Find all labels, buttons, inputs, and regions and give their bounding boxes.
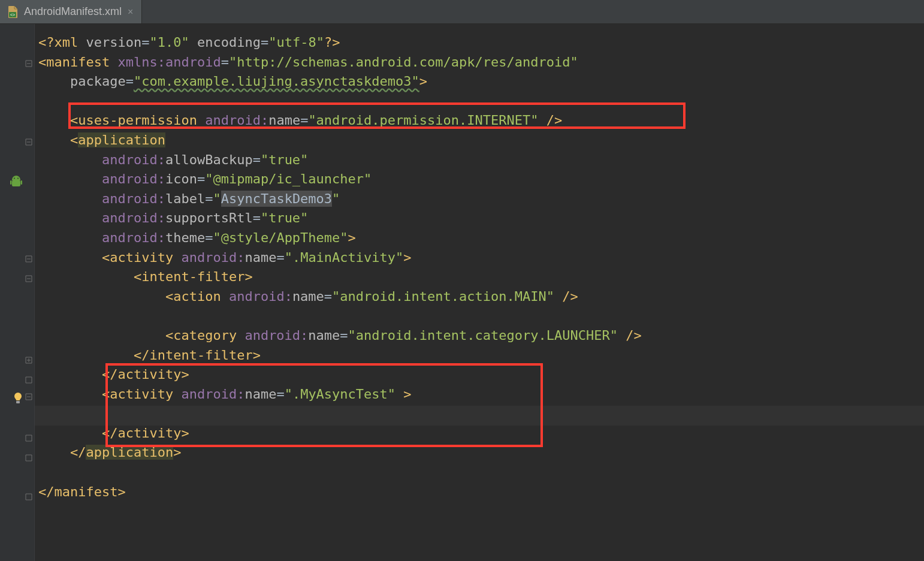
editor-tab-bar: <> AndroidManifest.xml × (0, 0, 924, 24)
code-line: <action android:name="android.intent.act… (35, 289, 924, 309)
fold-toggle-icon[interactable] (25, 138, 32, 146)
svg-rect-3 (10, 180, 11, 185)
code-line: android:theme="@style/AppTheme"> (35, 230, 924, 250)
code-line: <?xml version="1.0" encoding="utf-8"?> (35, 35, 924, 55)
editor-tab-android-manifest[interactable]: <> AndroidManifest.xml × (0, 0, 142, 23)
svg-rect-7 (16, 401, 20, 403)
fold-end-icon[interactable] (25, 454, 32, 462)
code-line (35, 308, 924, 328)
code-line: </activity> (35, 426, 924, 445)
fold-end-icon[interactable] (25, 376, 32, 384)
code-line: <activity android:name=".MyAsyncTest" > (35, 387, 924, 406)
close-icon[interactable]: × (126, 7, 134, 17)
xml-file-icon: <> (7, 5, 19, 19)
code-line: <intent-filter> (35, 269, 924, 289)
code-line-current (35, 406, 924, 426)
intention-bulb-icon[interactable] (12, 392, 24, 405)
fold-toggle-icon[interactable] (25, 275, 32, 282)
code-editor[interactable]: <?xml version="1.0" encoding="utf-8"?> <… (35, 24, 924, 561)
gutter (0, 24, 35, 561)
editor-tab-label: AndroidManifest.xml (24, 5, 122, 18)
svg-point-5 (14, 178, 15, 179)
fold-end-icon[interactable] (25, 435, 32, 442)
code-line: package="com.example.liujing.asynctaskde… (35, 74, 924, 94)
svg-rect-4 (21, 180, 22, 185)
code-line: </application> (35, 445, 924, 465)
code-line (35, 94, 924, 113)
editor-body: <?xml version="1.0" encoding="utf-8"?> <… (0, 24, 924, 561)
code-line: android:allowBackup="true" (35, 152, 924, 172)
code-line: android:label="AsyncTaskDemo3" (35, 191, 924, 211)
code-line: <category android:name="android.intent.c… (35, 328, 924, 348)
fold-toggle-icon[interactable] (25, 60, 32, 67)
code-line: </activity> (35, 367, 924, 387)
fold-toggle-icon[interactable] (25, 255, 32, 263)
code-line (35, 465, 924, 484)
code-line: <application (35, 132, 924, 152)
svg-text:<>: <> (10, 13, 15, 17)
svg-point-6 (17, 178, 19, 179)
code-line: </intent-filter> (35, 348, 924, 367)
code-line: <manifest xmlns:android="http://schemas.… (35, 55, 924, 74)
svg-rect-2 (12, 180, 20, 186)
android-icon (10, 175, 23, 189)
code-line: </manifest> (35, 484, 924, 504)
code-line: android:supportsRtl="true" (35, 210, 924, 230)
fold-end-icon[interactable] (25, 357, 32, 364)
fold-end-icon[interactable] (25, 493, 32, 500)
code-line: android:icon="@mipmap/ic_launcher" (35, 171, 924, 191)
code-line: <activity android:name=".MainActivity"> (35, 250, 924, 270)
fold-toggle-icon[interactable] (25, 393, 32, 400)
code-line: <uses-permission android:name="android.p… (35, 113, 924, 132)
